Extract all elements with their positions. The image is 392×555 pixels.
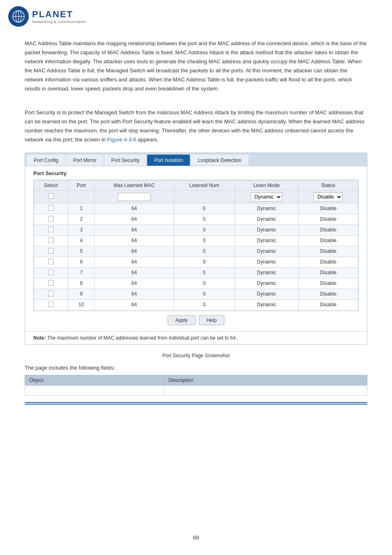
row-select-cell [34, 267, 68, 278]
logo-area: PLANET Networking & Communication [8, 6, 384, 27]
table-input-row: Dynamic Disable Enable [34, 190, 358, 203]
col-header-select: Select [34, 180, 68, 190]
row-checkbox[interactable] [48, 269, 54, 275]
row-port: 8 [68, 278, 95, 289]
col-header-max-learned-mac: Max Learned MAC [95, 180, 174, 190]
page-number: 68 [0, 526, 392, 549]
row-checkbox[interactable] [48, 259, 54, 264]
paragraph2-pre: Port Security is to protect the Managed … [25, 109, 364, 143]
row-checkbox[interactable] [48, 291, 54, 296]
row-status: Disable [298, 257, 358, 267]
table-row: 3640DynamicDisable [34, 224, 358, 235]
note-text: The maximum number of MAC addresses lear… [47, 335, 237, 341]
row-learned-num: 0 [174, 224, 235, 235]
row-learn-mode: Dynamic [235, 299, 298, 310]
table-row: 1640DynamicDisable [34, 203, 358, 214]
row-learn-mode: Dynamic [235, 267, 298, 278]
bottom-rule-thick [25, 402, 367, 403]
section-title: Port Security [33, 170, 359, 176]
header-port-cell [68, 190, 95, 203]
row-status: Disable [298, 214, 358, 224]
button-row: Apply Help [33, 315, 359, 325]
main-content: MAC Address Table maintains the mapping … [0, 31, 392, 413]
help-button[interactable]: Help [199, 315, 225, 325]
row-learned-num: 0 [174, 289, 235, 299]
row-select-cell [34, 278, 68, 289]
table-row: 4640DynamicDisable [34, 235, 358, 246]
row-checkbox[interactable] [48, 280, 54, 286]
row-checkbox[interactable] [48, 248, 54, 254]
table-row: 2640DynamicDisable [34, 214, 358, 224]
page-wrapper: PLANET Networking & Communication MAC Ad… [0, 0, 392, 555]
select-all-checkbox[interactable] [48, 193, 54, 199]
max-learned-mac-input[interactable] [118, 193, 151, 201]
row-checkbox[interactable] [48, 216, 54, 222]
row-max-learned-mac: 64 [95, 203, 174, 214]
col-header-learned-num: Learned Num [174, 180, 235, 190]
tab-loopback-detection[interactable]: Loopback Detection [191, 155, 248, 166]
row-learn-mode: Dynamic [235, 203, 298, 214]
tab-port-isolation[interactable]: Port Isolation [147, 155, 190, 166]
row-learn-mode: Dynamic [235, 257, 298, 267]
row-select-cell [34, 214, 68, 224]
table-row: 5640DynamicDisable [34, 246, 358, 257]
row-status: Disable [298, 235, 358, 246]
description-paragraph2: Port Security is to protect the Managed … [25, 108, 367, 144]
row-learn-mode: Dynamic [235, 214, 298, 224]
row-select-cell [34, 310, 68, 311]
row-port: 5 [68, 246, 95, 257]
paragraph2-post: appears. [136, 136, 159, 143]
row-select-cell [34, 224, 68, 235]
row-max-learned-mac: 64 [95, 224, 174, 235]
logo-text: PLANET Networking & Communication [32, 9, 86, 24]
fields-table: Object Description [25, 375, 367, 396]
row-max-learned-mac: 64 [95, 310, 174, 311]
row-max-learned-mac: 64 [95, 235, 174, 246]
row-learn-mode: Dynamic [235, 235, 298, 246]
bottom-rule-thick2 [25, 404, 367, 405]
port-table-wrapper[interactable]: Select Port Max Learned MAC Learned Num … [33, 180, 359, 311]
row-port: 1 [68, 203, 95, 214]
row-select-cell [34, 203, 68, 214]
row-checkbox[interactable] [48, 301, 54, 307]
table-row: 10640DynamicDisable [34, 299, 358, 310]
row-checkbox[interactable] [48, 237, 54, 243]
figure-link[interactable]: Figure 4-3-6 [107, 136, 136, 143]
row-learned-num: 0 [174, 267, 235, 278]
row-port: 7 [68, 267, 95, 278]
row-port: 4 [68, 235, 95, 246]
row-learned-num: 0 [174, 278, 235, 289]
row-status: Disable [298, 310, 358, 311]
col-header-port: Port [68, 180, 95, 190]
apply-button[interactable]: Apply [168, 315, 196, 325]
tab-port-config[interactable]: Port Config [27, 155, 65, 166]
row-status: Disable [298, 278, 358, 289]
fields-col-description: Description [164, 375, 367, 385]
logo-tagline: Networking & Communication [32, 20, 86, 24]
learn-mode-select-all[interactable]: Dynamic [251, 192, 282, 201]
row-checkbox[interactable] [48, 227, 54, 232]
header-learned-num-cell [174, 190, 235, 203]
table-row: 8640DynamicDisable [34, 278, 358, 289]
fields-empty-cell-2 [164, 385, 367, 395]
row-learn-mode: Dynamic [235, 289, 298, 299]
row-learned-num: 0 [174, 235, 235, 246]
row-checkbox[interactable] [48, 205, 54, 211]
table-row: 7640DynamicDisable [34, 267, 358, 278]
port-security-table: Select Port Max Learned MAC Learned Num … [34, 180, 358, 311]
fields-intro: The page includes the following fields: [25, 365, 367, 371]
fields-empty-cell-1 [25, 385, 164, 395]
row-learn-mode: Dynamic [235, 224, 298, 235]
status-select-all[interactable]: Disable Enable [314, 192, 343, 201]
row-learned-num: 0 [174, 310, 235, 311]
description-paragraph1: MAC Address Table maintains the mapping … [25, 39, 367, 94]
table-row: 11640DynamicDisable [34, 310, 358, 311]
tab-port-mirror[interactable]: Port Mirror [66, 155, 104, 166]
note-section: Note: The maximum number of MAC addresse… [25, 331, 367, 344]
row-max-learned-mac: 64 [95, 267, 174, 278]
header-status-cell: Disable Enable [298, 190, 358, 203]
tab-port-security[interactable]: Port Security [104, 155, 147, 166]
row-learn-mode: Dynamic [235, 278, 298, 289]
port-security-section: Port Security Select Port Max Learned MA… [25, 166, 367, 331]
row-select-cell [34, 246, 68, 257]
